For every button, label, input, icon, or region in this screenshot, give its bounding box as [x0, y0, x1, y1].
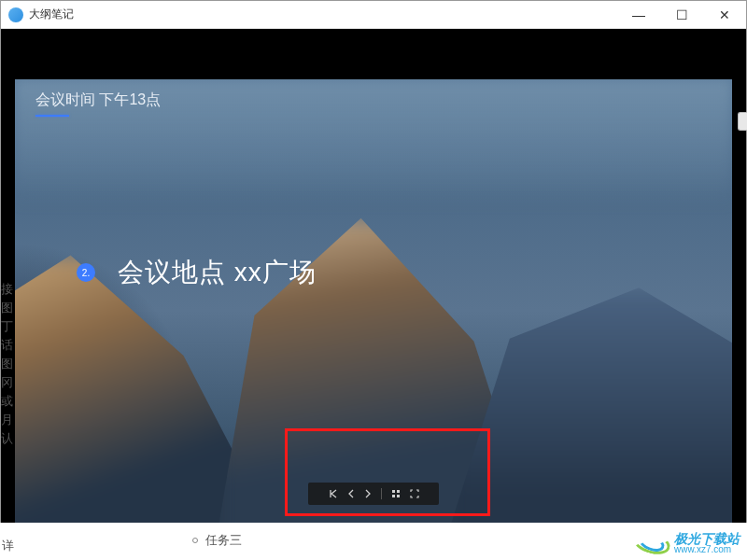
- window-controls: — ☐ ✕: [617, 1, 746, 28]
- bullet-icon: [192, 538, 198, 543]
- toolbar-divider: [381, 488, 382, 499]
- presentation-viewport: 会议时间 下午13点 2. 会议地点 xx广场: [1, 29, 746, 559]
- background-window-edge: [738, 112, 747, 131]
- slide-background-mountain: [445, 287, 732, 542]
- fullscreen-button[interactable]: [410, 489, 419, 498]
- background-window-text: 接 图 丁 话 图 冈 或 月 认: [0, 280, 13, 448]
- titlebar-title: 大纲笔记: [29, 7, 617, 22]
- watermark-logo-icon: [633, 533, 670, 553]
- bullet-text: 会议地点 xx广场: [118, 255, 317, 290]
- maximize-button[interactable]: ☐: [660, 1, 703, 28]
- page-indicator-icon[interactable]: [391, 489, 401, 498]
- titlebar: 大纲笔记 — ☐ ✕: [1, 1, 746, 29]
- slide-title-underline: [35, 115, 69, 117]
- prev-slide-button[interactable]: [347, 489, 355, 498]
- watermark-url: www.xz7.com: [674, 545, 740, 554]
- watermark-title: 极光下载站: [674, 532, 740, 545]
- slide-stage: 会议时间 下午13点 2. 会议地点 xx广场: [15, 79, 732, 542]
- svg-rect-0: [392, 490, 395, 493]
- first-slide-button[interactable]: [329, 489, 338, 498]
- close-button[interactable]: ✕: [703, 1, 746, 28]
- svg-rect-2: [392, 495, 395, 497]
- watermark: 极光下载站 www.xz7.com: [633, 532, 740, 554]
- bullet-number-badge: 2.: [77, 263, 95, 282]
- outline-item-label: 任务三: [205, 532, 242, 549]
- slide-bullet: 2. 会议地点 xx广场: [77, 255, 317, 290]
- svg-rect-3: [397, 495, 400, 497]
- next-slide-button[interactable]: [364, 489, 372, 498]
- background-text: 详: [2, 538, 14, 554]
- minimize-button[interactable]: —: [617, 1, 660, 28]
- svg-rect-1: [397, 490, 400, 493]
- app-window: 大纲笔记 — ☐ ✕ 会议时间 下午13点 2. 会议地点 xx广场: [0, 0, 747, 560]
- app-icon: [8, 7, 23, 22]
- background-outline-item: 任务三: [192, 532, 242, 549]
- presentation-toolbar: [308, 483, 439, 505]
